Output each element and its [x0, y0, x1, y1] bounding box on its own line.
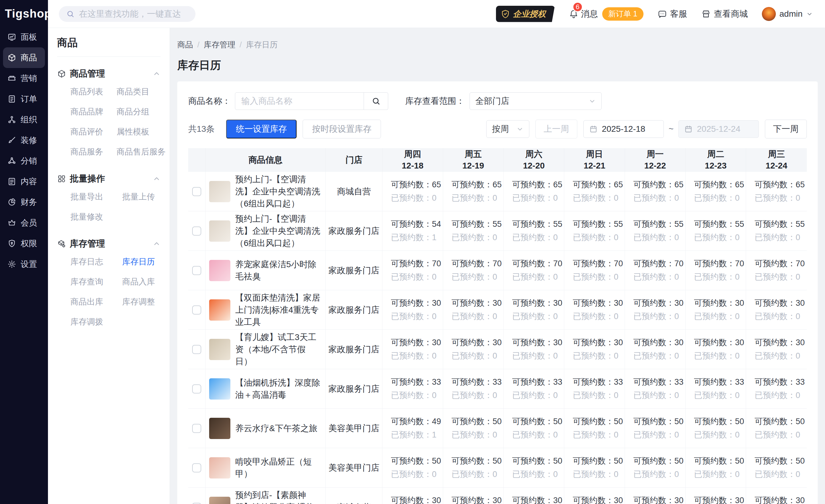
sidebar-item-marketing[interactable]: 营销: [3, 68, 45, 89]
availability-cell[interactable]: 可预约数：30已预约数：0: [625, 488, 686, 504]
row-checkbox[interactable]: [192, 266, 201, 275]
availability-cell[interactable]: 可预约数：50已预约数：0: [504, 409, 564, 448]
availability-cell[interactable]: 可预约数：50已预约数：0: [625, 409, 686, 448]
submenu-item-inventory-query[interactable]: 库存查询: [57, 272, 109, 292]
breadcrumb-inventory-management[interactable]: 库存管理: [204, 40, 235, 50]
availability-cell[interactable]: 可预约数：54已预约数：1: [382, 211, 443, 250]
sidebar-item-content[interactable]: 内容: [3, 171, 45, 192]
availability-cell[interactable]: 可预约数：50已预约数：0: [686, 409, 746, 448]
availability-cell[interactable]: 可预约数：70已预约数：0: [504, 251, 564, 290]
availability-cell[interactable]: 可预约数：30已预约数：0: [686, 290, 746, 330]
availability-cell[interactable]: 可预约数：55已预约数：0: [504, 211, 564, 250]
submenu-item-inventory-transfer[interactable]: 库存调拨: [57, 312, 109, 332]
sidebar-item-decoration[interactable]: 装修: [3, 130, 45, 151]
submenu-item-attribute-templates[interactable]: 属性模板: [103, 122, 166, 142]
availability-cell[interactable]: 可预约数：50已预约数：0: [625, 448, 686, 487]
new-order-badge[interactable]: 新订单 1: [602, 7, 644, 21]
submenu-item-batch-modify[interactable]: 批量修改: [57, 207, 109, 227]
availability-cell[interactable]: 可预约数：50已预约数：0: [443, 409, 504, 448]
availability-cell[interactable]: 可预约数：30已预约数：0: [443, 290, 504, 330]
availability-cell[interactable]: 可预约数：30已预约数：0: [746, 488, 807, 504]
submenu-item-product-groups[interactable]: 商品分组: [103, 102, 166, 122]
uniform-set-stock-button[interactable]: 统一设置库存: [226, 120, 297, 138]
product-name[interactable]: 【油烟机拆洗】深度除油＋高温消毒: [235, 377, 320, 401]
availability-cell[interactable]: 可预约数：50已预约数：0: [746, 448, 807, 487]
view-shop-button[interactable]: 查看商城: [701, 8, 748, 20]
availability-cell[interactable]: 可预约数：50已预约数：0: [564, 448, 625, 487]
availability-cell[interactable]: 可预约数：55已预约数：0: [625, 211, 686, 250]
availability-cell[interactable]: 可预约数：30已预约数：0: [504, 488, 564, 504]
submenu-item-product-reviews[interactable]: 商品评价: [57, 122, 103, 142]
sidebar-item-organization[interactable]: 组织: [3, 109, 45, 130]
period-set-stock-button[interactable]: 按时段设置库存: [303, 120, 381, 138]
availability-cell[interactable]: 可预约数：33已预约数：0: [443, 369, 504, 408]
product-name[interactable]: 养云水疗&下午茶之旅: [235, 422, 317, 434]
global-search-input[interactable]: [79, 9, 188, 19]
product-name[interactable]: 【育儿嫂】试工3天工资（本地/不含节假日）: [235, 331, 320, 368]
availability-cell[interactable]: 可预约数：70已预约数：0: [625, 251, 686, 290]
availability-cell[interactable]: 可预约数：30已预约数：0: [564, 330, 625, 369]
availability-cell[interactable]: 可预约数：33已预约数：0: [382, 369, 443, 408]
product-name[interactable]: 养宠家庭保洁5小时除毛祛臭: [235, 259, 320, 283]
store-scope-select[interactable]: 全部门店: [469, 92, 602, 110]
availability-cell[interactable]: 可预约数：33已预约数：0: [746, 369, 807, 408]
breadcrumb-products[interactable]: 商品: [177, 40, 193, 50]
submenu-item-inventory-adjust[interactable]: 库存调整: [109, 292, 161, 312]
enterprise-license-badge[interactable]: 企业授权: [496, 6, 555, 22]
availability-cell[interactable]: 可预约数：30已预约数：0: [443, 330, 504, 369]
availability-cell[interactable]: 可预约数：65已预约数：0: [564, 172, 625, 211]
submenu-group-product-management[interactable]: 商品管理: [57, 68, 161, 80]
product-name-input[interactable]: [235, 92, 364, 110]
next-week-button[interactable]: 下一周: [765, 120, 807, 138]
sidebar-item-members[interactable]: 会员: [3, 213, 45, 233]
availability-cell[interactable]: 可预约数：50已预约数：0: [564, 409, 625, 448]
submenu-item-product-list[interactable]: 商品列表: [57, 82, 103, 102]
availability-cell[interactable]: 可预约数：50已预约数：0: [746, 409, 807, 448]
search-button[interactable]: [364, 92, 388, 110]
sidebar-item-finance[interactable]: 财务: [3, 192, 45, 213]
row-checkbox[interactable]: [192, 226, 201, 236]
sidebar-item-products[interactable]: 商品: [3, 47, 45, 68]
row-checkbox[interactable]: [192, 187, 201, 196]
availability-cell[interactable]: 可预约数：30已预约数：0: [504, 330, 564, 369]
availability-cell[interactable]: 可预约数：50已预约数：0: [443, 448, 504, 487]
row-checkbox[interactable]: [192, 424, 201, 433]
availability-cell[interactable]: 可预约数：65已预约数：0: [686, 172, 746, 211]
availability-cell[interactable]: 可预约数：55已预约数：0: [564, 211, 625, 250]
submenu-item-product-services[interactable]: 商品服务: [57, 142, 103, 162]
availability-cell[interactable]: 可预约数：30已预约数：0: [443, 488, 504, 504]
availability-cell[interactable]: 可预约数：30已预约数：0: [564, 488, 625, 504]
availability-cell[interactable]: 可预约数：30已预约数：0: [382, 330, 443, 369]
sidebar-item-settings[interactable]: 设置: [3, 254, 45, 275]
availability-cell[interactable]: 可预约数：30已预约数：0: [504, 290, 564, 330]
availability-cell[interactable]: 可预约数：30已预约数：0: [564, 290, 625, 330]
availability-cell[interactable]: 可预约数：70已预约数：0: [686, 251, 746, 290]
availability-cell[interactable]: 可预约数：50已预约数：0: [382, 448, 443, 487]
sidebar-item-distribution[interactable]: 分销: [3, 151, 45, 171]
availability-cell[interactable]: 可预约数：65已预约数：0: [504, 172, 564, 211]
availability-cell[interactable]: 可预约数：65已预约数：0: [625, 172, 686, 211]
messages-button[interactable]: 6 消息 新订单 1: [569, 7, 644, 21]
availability-cell[interactable]: 可预约数：30已预约数：0: [686, 488, 746, 504]
start-date-input[interactable]: 2025-12-18: [583, 120, 664, 138]
product-name[interactable]: 【双面床垫清洗】家居上门清洗|标准4重洗专业工具: [235, 292, 320, 328]
availability-cell[interactable]: 可预约数：50已预约数：0: [504, 448, 564, 487]
end-date-input[interactable]: 2025-12-24: [678, 120, 759, 138]
availability-cell[interactable]: 可预约数：70已预约数：0: [382, 251, 443, 290]
submenu-item-product-outbound[interactable]: 商品出库: [57, 292, 109, 312]
submenu-item-batch-export[interactable]: 批量导出: [57, 187, 109, 207]
global-search[interactable]: [59, 6, 196, 22]
availability-cell[interactable]: 可预约数：30已预约数：0: [382, 488, 443, 504]
range-mode-select[interactable]: 按周: [486, 120, 529, 138]
availability-cell[interactable]: 可预约数：65已预约数：0: [443, 172, 504, 211]
product-name[interactable]: 预约上门-【空调清洗】企业中央空调清洗（6组出风口起）: [235, 173, 320, 210]
availability-cell[interactable]: 可预约数：55已预约数：0: [746, 211, 807, 250]
sidebar-item-orders[interactable]: 订单: [3, 89, 45, 109]
sidebar-item-permissions[interactable]: 权限: [3, 233, 45, 254]
sidebar-item-dashboard[interactable]: 面板: [3, 27, 45, 47]
availability-cell[interactable]: 可预约数：49已预约数：1: [382, 409, 443, 448]
submenu-item-inventory-log[interactable]: 库存日志: [57, 252, 109, 272]
submenu-item-batch-upload[interactable]: 批量上传: [109, 187, 161, 207]
availability-cell[interactable]: 可预约数：30已预约数：0: [746, 330, 807, 369]
row-checkbox[interactable]: [192, 345, 201, 354]
